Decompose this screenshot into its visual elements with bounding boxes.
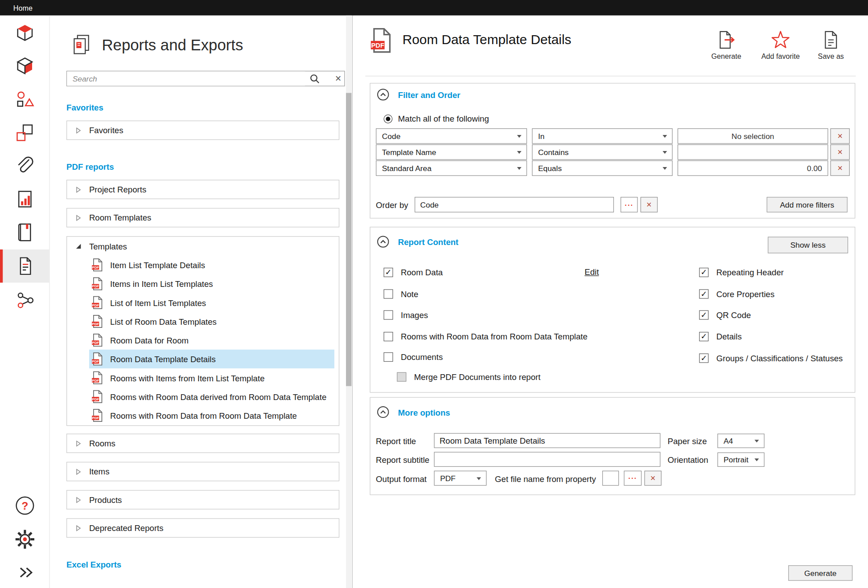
option-note[interactable]: Note [383, 288, 418, 299]
template-item[interactable]: Rooms with Room Data derived from Room D… [89, 387, 334, 406]
search-icon[interactable] [309, 74, 320, 84]
filter-field-select[interactable]: Standard Area [376, 160, 527, 176]
sidebar-item-rooms[interactable] [0, 16, 50, 50]
option-groups-classifications[interactable]: Groups / Classifications / Statuses [699, 352, 843, 363]
generate-action[interactable]: Generate [700, 30, 753, 60]
group-items[interactable]: Items [66, 462, 339, 481]
paper-size-select[interactable]: A4 [717, 433, 765, 448]
add-more-filters-button[interactable]: Add more filters [767, 197, 847, 212]
sidebar-item-attachments[interactable] [0, 149, 50, 183]
file-property-clear-button[interactable]: × [644, 471, 661, 486]
chevron-right-icon[interactable] [76, 186, 81, 193]
template-item[interactable]: Rooms with Items from Item List Template [89, 368, 334, 387]
scrollbar-thumb[interactable] [346, 93, 351, 386]
template-item[interactable]: Items in Item List Templates [89, 274, 334, 293]
sidebar-item-items[interactable] [0, 83, 50, 116]
report-subtitle-input[interactable] [434, 452, 660, 467]
order-by-input[interactable] [415, 197, 614, 212]
checkbox-icon[interactable] [699, 289, 708, 298]
show-less-button[interactable]: Show less [768, 237, 848, 253]
collapse-icon[interactable] [377, 89, 389, 101]
checkbox-icon[interactable] [383, 331, 393, 341]
products-icon [14, 122, 36, 144]
option-core-properties[interactable]: Core Properties [699, 288, 774, 299]
collapse-icon[interactable] [377, 406, 389, 418]
home-menu[interactable]: Home [13, 4, 33, 12]
match-all-radio[interactable]: Match all of the following [383, 114, 489, 123]
checkbox-icon[interactable] [699, 331, 708, 341]
template-item[interactable]: Rooms with Room Data from Room Data Temp… [89, 406, 334, 425]
checkbox-icon[interactable] [383, 352, 393, 361]
option-documents[interactable]: Documents [383, 351, 443, 362]
group-project-reports[interactable]: Project Reports [66, 180, 339, 199]
filter-value-input[interactable] [678, 128, 828, 144]
filter-value-input[interactable] [678, 160, 828, 176]
checkbox-icon[interactable] [699, 267, 708, 277]
filter-operator-select[interactable]: In [532, 128, 672, 144]
sidebar-item-room-function[interactable] [0, 50, 50, 83]
group-favorites[interactable]: Favorites [66, 121, 339, 140]
sidebar-item-reports[interactable] [0, 249, 50, 283]
header-divider [366, 76, 856, 76]
template-item-selected[interactable]: Room Data Template Details [89, 350, 334, 368]
remove-filter-button[interactable]: × [831, 160, 850, 176]
scrollbar-track[interactable] [346, 16, 351, 588]
file-property-input[interactable] [602, 471, 619, 486]
chevron-right-icon[interactable] [76, 525, 81, 531]
template-item[interactable]: List of Room Data Templates [89, 312, 334, 331]
sidebar-item-catalogs[interactable] [0, 216, 50, 249]
sidebar-item-settings[interactable] [0, 523, 50, 556]
remove-filter-button[interactable]: × [831, 128, 850, 144]
sidebar-item-project[interactable] [0, 183, 50, 216]
chevron-right-icon[interactable] [76, 468, 81, 475]
filter-operator-select[interactable]: Equals [532, 160, 672, 176]
chevron-expanded-icon[interactable] [76, 243, 81, 249]
checkbox-icon[interactable] [383, 289, 393, 298]
collapse-icon[interactable] [377, 236, 389, 248]
report-title-input[interactable] [434, 433, 660, 448]
chevron-right-icon[interactable] [76, 440, 81, 447]
edit-link[interactable]: Edit [584, 267, 599, 277]
filter-operator-select[interactable]: Contains [532, 144, 672, 160]
chevron-right-icon[interactable] [76, 214, 81, 221]
remove-filter-button[interactable]: × [831, 144, 850, 160]
orientation-select[interactable]: Portrait [717, 453, 765, 467]
sidebar-item-integrations[interactable] [0, 284, 50, 317]
sidebar-item-products[interactable] [0, 116, 50, 150]
generate-button[interactable]: Generate [788, 565, 852, 581]
file-property-browse-button[interactable]: ··· [624, 471, 642, 486]
option-details[interactable]: Details [699, 331, 741, 342]
option-merge-pdf[interactable]: Merge PDF Documents into report [397, 371, 540, 382]
group-room-templates[interactable]: Room Templates [66, 208, 339, 227]
checkbox-icon[interactable] [383, 267, 393, 277]
output-format-select[interactable]: PDF [434, 471, 486, 486]
option-repeating-header[interactable]: Repeating Header [699, 266, 784, 278]
filter-field-select[interactable]: Template Name [376, 144, 527, 160]
option-qr-code[interactable]: QR Code [699, 309, 751, 320]
chevron-right-icon[interactable] [76, 496, 81, 503]
filter-value-input[interactable] [678, 144, 828, 160]
chevron-right-icon[interactable] [76, 127, 81, 134]
add-favorite-action[interactable]: Add favorite [754, 30, 807, 60]
group-deprecated-reports[interactable]: Deprecated Reports [66, 518, 339, 537]
sidebar-item-expand[interactable] [0, 556, 50, 588]
order-by-browse-button[interactable]: ··· [621, 197, 638, 212]
option-room-data[interactable]: Room Data [383, 266, 443, 278]
save-as-action[interactable]: Save as [804, 30, 857, 60]
checkbox-icon[interactable] [699, 310, 708, 319]
search-input[interactable] [67, 71, 305, 86]
group-rooms[interactable]: Rooms [66, 433, 339, 453]
sidebar-item-help[interactable]: ? [0, 489, 50, 523]
order-by-clear-button[interactable]: × [641, 197, 658, 212]
option-images[interactable]: Images [383, 309, 428, 320]
checkbox-icon[interactable] [383, 310, 393, 319]
template-item[interactable]: Room Data for Room [89, 331, 334, 350]
clear-search-icon[interactable]: × [332, 72, 345, 85]
checkbox-icon[interactable] [699, 353, 708, 363]
group-templates[interactable]: Templates [67, 237, 339, 255]
group-products[interactable]: Products [66, 490, 339, 509]
filter-field-select[interactable]: Code [376, 128, 527, 144]
template-item[interactable]: List of Item List Templates [89, 293, 334, 312]
template-item[interactable]: Item List Template Details [89, 256, 334, 274]
option-rooms-with-room-data[interactable]: Rooms with Room Data from Room Data Temp… [383, 331, 587, 342]
